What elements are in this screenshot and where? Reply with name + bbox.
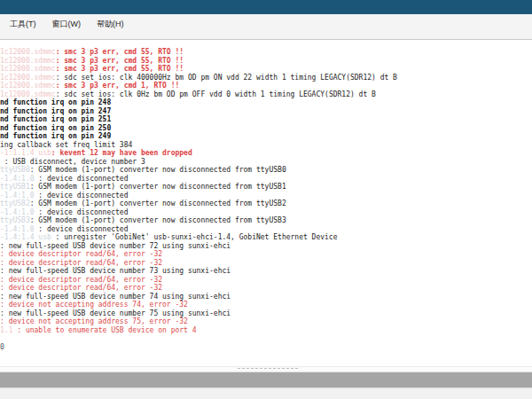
log-line-text: : GSM modem (1-port) converter now disco… bbox=[30, 183, 286, 191]
menu-help[interactable]: 帮助(H) bbox=[90, 18, 130, 31]
log-line-text: : device disconnected bbox=[35, 192, 129, 200]
log-line-prefix: ttyUSB2 bbox=[0, 200, 30, 207]
log-line-text: ing callback set freq limit 384 bbox=[0, 141, 132, 149]
log-line: -1.4:1.4 usb : unregister 'GobiNet' usb-… bbox=[0, 233, 532, 242]
terminal-output-area[interactable]: 1c12000.sdmmc: smc 3 p3 err, cmd 55, RTO… bbox=[0, 40, 532, 372]
log-line-text: : device disconnected bbox=[35, 175, 129, 183]
log-line-prefix: -1.4:1.0 bbox=[0, 175, 35, 183]
log-line: -1:1.1.4 usb: kevent 12 may have been dr… bbox=[0, 149, 532, 158]
log-line-text: : GSM modem (1-port) converter now disco… bbox=[30, 200, 286, 207]
log-line-text: : smc 3 p3 err, cmd 55, RTO !! bbox=[56, 48, 184, 56]
log-line-prefix: ttyUSB3 bbox=[0, 216, 30, 224]
log-line: : device descriptor read/64, error -32 bbox=[0, 276, 532, 285]
log-line: -1.4:1.0 : device disconnected bbox=[0, 208, 532, 217]
log-line-text: : device descriptor read/64, error -32 bbox=[0, 259, 162, 267]
log-line-text: : device disconnected bbox=[35, 225, 129, 233]
log-line: : device descriptor read/64, error -32 bbox=[0, 250, 532, 259]
log-line: : new full-speed USB device number 74 us… bbox=[0, 293, 532, 301]
log-line-prefix: -1.4:1.0 bbox=[0, 208, 35, 216]
log-line-prefix: -1.4:1.4 usb bbox=[0, 233, 51, 241]
log-line: nd function irq on pin 251 bbox=[0, 115, 532, 124]
log-line-prefix: 1c12000.sdmmc bbox=[0, 90, 56, 98]
log-line-prefix: 1c12000.sdmmc bbox=[0, 82, 56, 90]
log-line-text: nd function irq on pin 248 bbox=[0, 98, 111, 106]
log-line-text: : USB disconnect, device number 3 bbox=[0, 158, 145, 166]
log-line-text: : device not accepting address 74, error… bbox=[0, 301, 188, 309]
log-line: 1c12000.sdmmc: smc 3 p3 err, cmd 55, RTO… bbox=[0, 65, 532, 74]
log-line-text: nd function irq on pin 251 bbox=[0, 115, 111, 123]
log-line: 1c12000.sdmmc: smc 3 p3 err, cmd 55, RTO… bbox=[0, 57, 532, 66]
log-line: -1.4:1.0 : device disconnected bbox=[0, 225, 532, 234]
log-line: nd function irq on pin 247 bbox=[0, 107, 532, 116]
log-line: : device descriptor read/64, error -32 bbox=[0, 284, 532, 293]
log-line: nd function irq on pin 250 bbox=[0, 124, 532, 133]
title-bar[interactable] bbox=[0, 0, 532, 14]
scrollbar-thumb[interactable] bbox=[238, 368, 298, 371]
log-line-text: : new full-speed USB device number 72 us… bbox=[0, 242, 231, 250]
log-line-text: : smc 3 p3 err, cmd 55, RTO !! bbox=[56, 57, 184, 65]
log-line-prefix: -1.4:1.0 bbox=[0, 192, 35, 200]
log-line-prefix: 1c12000.sdmmc bbox=[0, 57, 56, 65]
log-line: : device not accepting address 74, error… bbox=[0, 301, 532, 309]
log-line: : device descriptor read/64, error -32 bbox=[0, 259, 532, 268]
log-line-text: 0 bbox=[0, 343, 4, 351]
log-line: 0 bbox=[0, 343, 532, 352]
log-line: nd function irq on pin 248 bbox=[0, 98, 532, 107]
log-line: ttyUSB3: GSM modem (1-port) converter no… bbox=[0, 216, 532, 225]
log-line-text: : device descriptor read/64, error -32 bbox=[0, 250, 162, 258]
log-line-text: : unregister 'GobiNet' usb-sunxi-ehci-1.… bbox=[51, 233, 338, 241]
log-line-text: : new full-speed USB device number 74 us… bbox=[0, 293, 231, 301]
log-line-text: : sdc set ios: clk 400000Hz bm OD pm ON … bbox=[56, 74, 397, 82]
menu-window[interactable]: 窗口(W) bbox=[46, 18, 88, 31]
log-line: -1.4:1.0 : device disconnected bbox=[0, 192, 532, 200]
log-line-prefix: 1.1 bbox=[0, 326, 12, 334]
log-line-prefix: 1c12000.sdmmc bbox=[0, 65, 56, 73]
log-line: 1c12000.sdmmc: sdc set ios: clk 400000Hz… bbox=[0, 74, 532, 82]
log-line-prefix: -1.4:1.0 bbox=[0, 225, 35, 233]
log-line-text: : smc 3 p3 err, cmd 1, RTO !! bbox=[56, 82, 180, 90]
log-line-prefix: 1c12000.sdmmc bbox=[0, 74, 56, 82]
log-line-text: : kevent 12 may have been dropped bbox=[51, 149, 192, 157]
log-lines: 1c12000.sdmmc: smc 3 p3 err, cmd 55, RTO… bbox=[0, 48, 532, 351]
log-line-text: : device disconnected bbox=[35, 208, 129, 216]
log-line: : USB disconnect, device number 3 bbox=[0, 158, 532, 167]
log-line-text: nd function irq on pin 249 bbox=[0, 132, 111, 140]
log-line: 1c12000.sdmmc: sdc set ios: clk 0Hz bm O… bbox=[0, 90, 532, 99]
log-line: : new full-speed USB device number 75 us… bbox=[0, 309, 532, 318]
log-line-text: : device descriptor read/64, error -32 bbox=[0, 276, 162, 284]
log-line-text: : new full-speed USB device number 73 us… bbox=[0, 267, 231, 275]
log-line: -1.4:1.0 : device disconnected bbox=[0, 175, 532, 184]
log-line-prefix: -1:1.1.4 usb bbox=[0, 149, 51, 157]
menu-bar: 工具(T) 窗口(W) 帮助(H) bbox=[0, 14, 532, 40]
log-line-prefix: ttyUSB1 bbox=[0, 183, 30, 191]
log-line-prefix: 1c12000.sdmmc bbox=[0, 48, 56, 56]
log-line-text: : GSM modem (1-port) converter now disco… bbox=[30, 166, 286, 174]
log-line-text: : GSM modem (1-port) converter now disco… bbox=[30, 216, 286, 224]
log-line-text: nd function irq on pin 247 bbox=[0, 107, 111, 115]
menu-tools[interactable]: 工具(T) bbox=[4, 18, 43, 31]
log-line-text: : new full-speed USB device number 75 us… bbox=[0, 309, 231, 317]
log-line-text: nd function irq on pin 250 bbox=[0, 124, 111, 132]
log-line bbox=[0, 334, 532, 343]
log-line: ing callback set freq limit 384 bbox=[0, 141, 532, 150]
log-line: ttyUSB0: GSM modem (1-port) converter no… bbox=[0, 166, 532, 175]
terminal-app-window: 工具(T) 窗口(W) 帮助(H) 1c12000.sdmmc: smc 3 p… bbox=[0, 0, 532, 399]
log-line: ttyUSB2: GSM modem (1-port) converter no… bbox=[0, 200, 532, 208]
log-line: ttyUSB1: GSM modem (1-port) converter no… bbox=[0, 183, 532, 192]
log-line-text: : unable to enumerate USB device on port… bbox=[12, 326, 196, 334]
log-line: 1c12000.sdmmc: smc 3 p3 err, cmd 55, RTO… bbox=[0, 48, 532, 57]
log-line: : new full-speed USB device number 72 us… bbox=[0, 242, 532, 251]
taskbar-strip bbox=[0, 387, 532, 399]
log-line: 1c12000.sdmmc: smc 3 p3 err, cmd 1, RTO … bbox=[0, 82, 532, 90]
log-line-prefix: ttyUSB0 bbox=[0, 166, 30, 174]
log-line: : device not accepting address 75, error… bbox=[0, 317, 532, 326]
desktop-band bbox=[0, 372, 532, 387]
log-line-text: : sdc set ios: clk 0Hz bm OD pm OFF vdd … bbox=[56, 90, 376, 98]
log-line-text: : smc 3 p3 err, cmd 55, RTO !! bbox=[56, 65, 184, 73]
log-line-text: : device not accepting address 75, error… bbox=[0, 317, 188, 325]
log-line: 1.1 : unable to enumerate USB device on … bbox=[0, 326, 532, 335]
log-line-text: : device descriptor read/64, error -32 bbox=[0, 284, 162, 292]
horizontal-scrollbar[interactable] bbox=[0, 366, 532, 372]
log-line: : new full-speed USB device number 73 us… bbox=[0, 267, 532, 276]
log-line: nd function irq on pin 249 bbox=[0, 132, 532, 141]
